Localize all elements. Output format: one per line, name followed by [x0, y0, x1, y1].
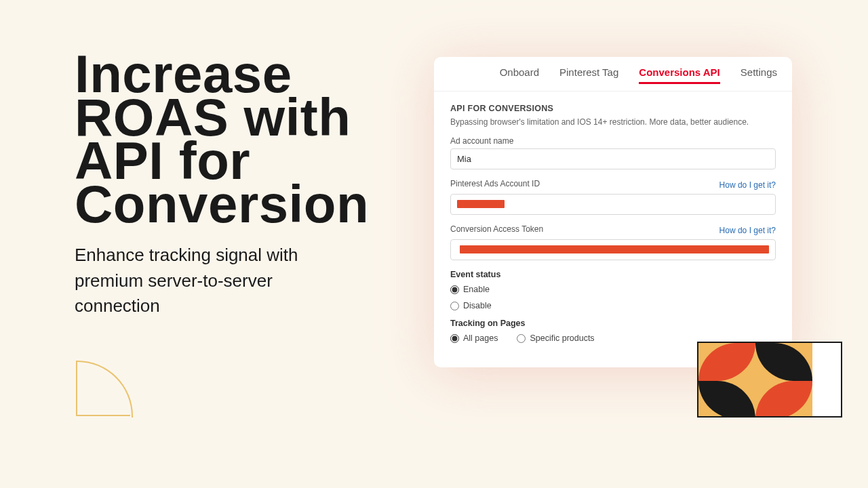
settings-card: Onboard Pinterest Tag Conversions API Se… [434, 57, 792, 367]
tab-onboard[interactable]: Onboard [500, 66, 539, 84]
event-status-group: Enable Disable [450, 285, 776, 310]
event-status-title: Event status [450, 270, 776, 279]
event-status-disable[interactable]: Disable [450, 301, 776, 310]
decorative-quarter-arc [76, 362, 130, 416]
decorative-petal [755, 381, 812, 416]
ad-account-name-label: Ad account name [450, 136, 776, 146]
section-title: API FOR CONVERSIONS [450, 104, 776, 113]
panel-conversions-api: API FOR CONVERSIONS Bypassing browser's … [434, 92, 792, 367]
decorative-petal [698, 381, 755, 416]
event-status-enable[interactable]: Enable [450, 285, 776, 294]
tab-conversions-api[interactable]: Conversions API [639, 66, 719, 84]
decorative-petal [755, 343, 812, 381]
tracking-specific-products-radio[interactable] [517, 334, 526, 343]
ads-account-id-help-link[interactable]: How do I get it? [719, 180, 776, 190]
tracking-specific-products-label: Specific products [530, 333, 594, 343]
tracking-all-pages-radio[interactable] [450, 334, 459, 343]
event-status-disable-label: Disable [463, 301, 492, 310]
event-status-disable-radio[interactable] [450, 302, 459, 310]
decorative-tile [697, 342, 842, 418]
tab-pinterest-tag[interactable]: Pinterest Tag [559, 66, 618, 84]
event-status-enable-label: Enable [463, 285, 490, 294]
tab-bar: Onboard Pinterest Tag Conversions API Se… [434, 57, 792, 92]
access-token-label: Conversion Access Token [450, 224, 543, 234]
event-status-enable-radio[interactable] [450, 285, 459, 294]
access-token-help-link[interactable]: How do I get it? [719, 226, 776, 235]
ad-account-name-input[interactable] [450, 148, 776, 169]
page-subhead: Enhance tracking signal with premium ser… [75, 243, 305, 319]
page-headline: Increase ROAS with API for Conversion [75, 53, 414, 226]
decorative-petal [698, 343, 755, 381]
tracking-all-pages[interactable]: All pages [450, 333, 498, 343]
section-desc: Bypassing browser's limitation and IOS 1… [450, 117, 776, 127]
tab-settings[interactable]: Settings [741, 66, 777, 84]
decorative-blank [812, 343, 841, 416]
tracking-title: Tracking on Pages [450, 319, 776, 328]
redacted-value [457, 200, 505, 208]
tracking-all-pages-label: All pages [463, 333, 498, 343]
tracking-specific-products[interactable]: Specific products [517, 333, 594, 343]
redacted-value [460, 245, 769, 253]
ads-account-id-label: Pinterest Ads Account ID [450, 179, 540, 188]
